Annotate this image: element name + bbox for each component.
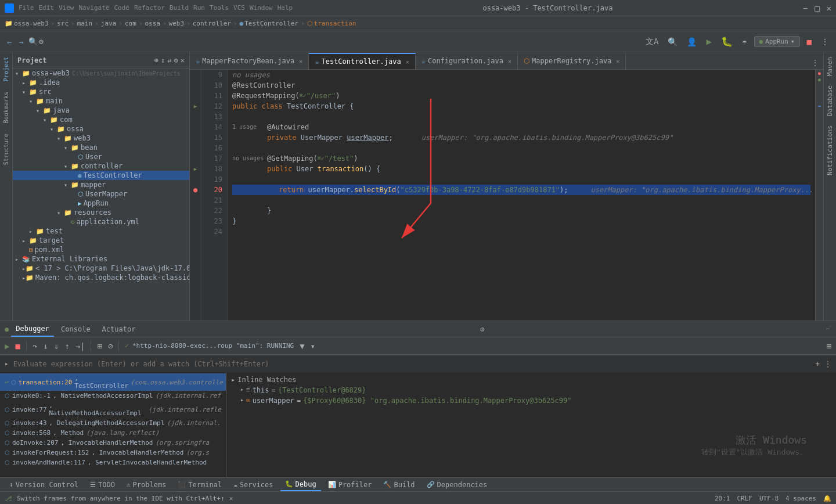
settings-icon[interactable]: ⚙ xyxy=(39,37,44,46)
var-usermapper-expand[interactable]: ▸ xyxy=(240,397,244,403)
line-ending[interactable]: CRLF xyxy=(737,495,752,502)
run-config-dropdown[interactable]: ● AppRun ▾ xyxy=(754,36,800,47)
actuator-tab[interactable]: Actuator xyxy=(98,322,140,337)
indent-info[interactable]: 4 spaces xyxy=(785,495,816,502)
tab-mapperregistry[interactable]: ⬡ MapperRegistry.java ✕ xyxy=(518,53,626,69)
tree-item-ossa[interactable]: ▾ 📁 ossa xyxy=(13,124,189,134)
eval-input[interactable] xyxy=(13,360,816,368)
tree-item-jdk[interactable]: ▸ 📁 < 17 > C:\Program Files\Java\jdk-17.… xyxy=(13,264,189,273)
menu-view[interactable]: View xyxy=(59,4,74,12)
frame-5[interactable]: ⬡ doInvoke:207 , InvocableHandlerMethod … xyxy=(0,438,226,448)
eval-bar[interactable]: ▸ + ⋮ xyxy=(0,355,836,372)
code-editor[interactable]: no usages @RestController @RequestMappin… xyxy=(228,70,815,321)
tab-testcontroller[interactable]: ☕ TestController.java ✕ xyxy=(309,53,416,69)
forward-button[interactable]: → xyxy=(16,36,26,48)
frame-6[interactable]: ⬡ invokeForRequest:152 , InvocableHandle… xyxy=(0,448,226,458)
frame-1[interactable]: ⬡ invoke0:-1 , NativeMethodAccessorImpl … xyxy=(0,391,226,401)
menu-navigate[interactable]: Navigate xyxy=(79,4,110,12)
menu-window[interactable]: Window xyxy=(250,4,273,12)
search-icon[interactable]: 🔍 xyxy=(665,36,680,48)
run-button[interactable]: ▶ xyxy=(704,35,714,48)
profile-icon[interactable]: 👤 xyxy=(684,36,699,48)
maven-tab[interactable]: Maven xyxy=(825,55,835,78)
nav-testcontroller[interactable]: TestController xyxy=(244,20,298,27)
search-everywhere-icon[interactable]: 🔍 xyxy=(28,37,38,46)
bottom-tab-problems[interactable]: ⚠ Problems xyxy=(122,478,171,491)
thread-filter-icon[interactable]: ▼ xyxy=(297,340,307,352)
bottom-tab-todo[interactable]: ☰ TODO xyxy=(85,478,120,491)
frame-3[interactable]: ⬡ invoke:43 , DelegatingMethodAccessorIm… xyxy=(0,418,226,428)
gutter-12[interactable]: ▶ xyxy=(190,101,201,111)
nav-transaction[interactable]: transaction xyxy=(314,20,356,27)
nav-src[interactable]: src xyxy=(57,20,69,27)
nav-java[interactable]: java xyxy=(101,20,117,27)
menu-refactor[interactable]: Refactor xyxy=(134,4,165,12)
inline-watches-header[interactable]: ▸ Inline Watches xyxy=(231,375,831,385)
frame-0[interactable]: ↩ ⬡ transaction:20 , TestController (com… xyxy=(0,373,226,391)
frames-dropdown[interactable]: ▾ xyxy=(308,340,318,352)
sort-icon[interactable]: ↕ xyxy=(161,56,165,64)
tab-mapperfactorybean[interactable]: ☕ MapperFactoryBean.java ✕ xyxy=(190,53,309,69)
layout-button[interactable]: ⊞ xyxy=(824,340,834,352)
tree-item-web3[interactable]: ▾ 📁 web3 xyxy=(13,134,189,143)
bottom-tab-profiler[interactable]: 📊 Profiler xyxy=(323,478,377,491)
menu-edit[interactable]: Edit xyxy=(39,4,55,12)
bottom-tab-terminal[interactable]: ⬛ Terminal xyxy=(173,478,226,491)
tree-item-src[interactable]: ▾ 📁 src xyxy=(13,87,189,96)
tree-item-testcontroller[interactable]: ▸ ● TestController xyxy=(13,171,189,180)
database-tab[interactable]: Database xyxy=(825,83,835,118)
tree-item-usermapper[interactable]: ▸ ⬡ UserMapper xyxy=(13,189,189,199)
tabs-more-button[interactable]: ⋮ xyxy=(807,56,823,69)
resume-button[interactable]: ▶ xyxy=(2,340,12,352)
frame-2[interactable]: ⬡ invoke:77 , NativeMethodAccessorImpl (… xyxy=(0,401,226,418)
tree-item-root[interactable]: ▾ 📁 ossa-web3 C:\Users\sunjinxin\IdeaPro… xyxy=(13,69,189,78)
tab-close-3[interactable]: ✕ xyxy=(508,58,511,64)
tree-item-pom[interactable]: ▸ ⊞ pom.xml xyxy=(13,245,189,254)
minimize-button[interactable]: − xyxy=(803,3,808,13)
debug-minimize-icon[interactable]: － xyxy=(824,324,831,334)
tree-item-controller[interactable]: ▾ 📁 controller xyxy=(13,161,189,171)
more-options[interactable]: ⋮ xyxy=(819,36,831,48)
debug-button[interactable]: 🐛 xyxy=(719,35,735,48)
debug-settings-icon[interactable]: ⚙ xyxy=(480,325,484,333)
tree-item-mapper[interactable]: ▾ 📁 mapper xyxy=(13,180,189,189)
switch-frames-close[interactable]: ✕ xyxy=(229,495,233,502)
scope-icon[interactable]: ⊕ xyxy=(154,56,158,64)
gutter-20-breakpoint[interactable]: ● xyxy=(190,185,201,195)
coverage-button[interactable]: ☂ xyxy=(740,36,749,48)
menu-help[interactable]: Help xyxy=(278,4,293,12)
close-button[interactable]: ✕ xyxy=(827,3,831,13)
cursor-position[interactable]: 20:1 xyxy=(715,495,730,502)
tree-item-test[interactable]: ▸ 📁 test xyxy=(13,226,189,236)
tree-item-com[interactable]: ▾ 📁 com xyxy=(13,115,189,124)
tree-item-user[interactable]: ▸ ⬡ User xyxy=(13,152,189,161)
view-breakpoints-button[interactable]: ⊞ xyxy=(95,340,104,352)
close-panel-icon[interactable]: ✕ xyxy=(181,56,185,64)
force-step-into-button[interactable]: ⇓ xyxy=(52,340,61,352)
var-this[interactable]: ▸ ≡ this = {TestController@6829} xyxy=(231,385,831,395)
eval-more-button[interactable]: ⋮ xyxy=(824,360,831,368)
bookmarks-strip-tab[interactable]: Bookmarks xyxy=(2,89,10,125)
tree-item-idea[interactable]: ▸ 📁 .idea xyxy=(13,78,189,87)
tree-item-main[interactable]: ▾ 📁 main xyxy=(13,96,189,106)
git-icon[interactable]: ⎇ xyxy=(5,495,12,502)
settings-icon[interactable]: ⚙ xyxy=(174,56,178,64)
tab-configuration[interactable]: ☕ Configuration.java ✕ xyxy=(416,53,518,69)
nav-ossa-web3[interactable]: ossa-web3 xyxy=(14,20,49,27)
tree-item-extlibs[interactable]: ▸ 📚 External Libraries xyxy=(13,254,189,264)
stop-debug-button[interactable]: ■ xyxy=(13,340,22,352)
notifications-tab[interactable]: Notifications xyxy=(825,123,835,178)
step-into-button[interactable]: ↓ xyxy=(41,340,50,352)
menu-run[interactable]: Run xyxy=(193,4,205,12)
step-out-button[interactable]: ↑ xyxy=(62,340,71,352)
nav-ossa[interactable]: ossa xyxy=(145,20,160,27)
tree-item-java[interactable]: ▾ 📁 java xyxy=(13,106,189,115)
step-over-button[interactable]: ↷ xyxy=(30,340,39,352)
frame-7[interactable]: ⬡ invokeAndHandle:117 , ServletInvocable… xyxy=(0,458,226,467)
structure-strip-tab[interactable]: Structure xyxy=(2,131,10,167)
tree-item-target[interactable]: ▸ 📁 target xyxy=(13,236,189,245)
notifications-icon[interactable]: 🔔 xyxy=(823,495,831,502)
bottom-tab-versioncontrol[interactable]: ↕ Version Control xyxy=(5,478,83,491)
tab-close-1[interactable]: ✕ xyxy=(299,58,302,64)
gutter-18[interactable]: ▶ xyxy=(190,164,201,174)
